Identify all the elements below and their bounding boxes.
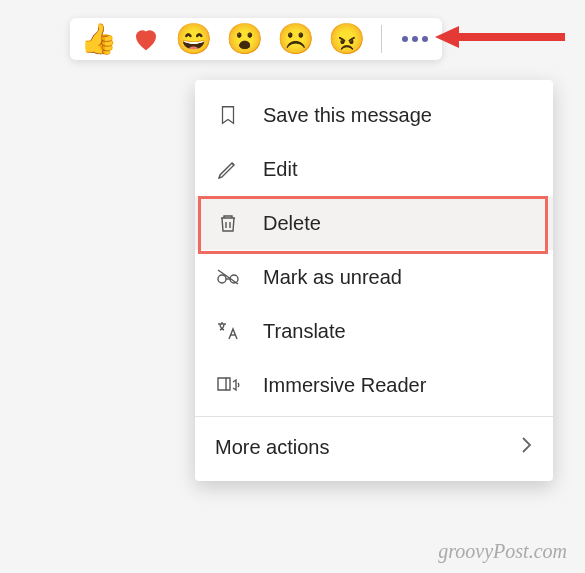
reaction-bar: 👍 😄 😮 ☹️ 😠 <box>70 18 442 60</box>
menu-label: Mark as unread <box>263 266 533 289</box>
more-options-button[interactable] <box>398 36 432 42</box>
watermark: groovyPost.com <box>438 540 567 563</box>
menu-item-unread[interactable]: Mark as unread <box>195 250 553 304</box>
menu-label: Delete <box>263 212 533 235</box>
reaction-heart[interactable] <box>131 24 161 54</box>
reaction-like[interactable]: 👍 <box>80 24 117 54</box>
menu-label: More actions <box>215 436 497 459</box>
menu-item-immersive[interactable]: Immersive Reader <box>195 358 553 412</box>
reaction-divider <box>381 25 382 53</box>
menu-item-edit[interactable]: Edit <box>195 142 553 196</box>
trash-icon <box>215 210 241 236</box>
book-speaker-icon <box>215 372 241 398</box>
bookmark-icon <box>215 102 241 128</box>
context-menu: Save this message Edit Delete Mark as un… <box>195 80 553 481</box>
reaction-laugh[interactable]: 😄 <box>175 24 212 54</box>
menu-label: Save this message <box>263 104 533 127</box>
svg-marker-1 <box>435 26 459 48</box>
menu-item-save[interactable]: Save this message <box>195 88 553 142</box>
menu-separator <box>195 416 553 417</box>
translate-icon <box>215 318 241 344</box>
reaction-sad[interactable]: ☹️ <box>277 24 314 54</box>
menu-item-more-actions[interactable]: More actions <box>195 421 553 473</box>
chevron-right-icon <box>519 435 533 459</box>
reaction-surprised[interactable]: 😮 <box>226 24 263 54</box>
annotation-arrow <box>435 22 565 52</box>
menu-label: Translate <box>263 320 533 343</box>
reaction-angry[interactable]: 😠 <box>328 24 365 54</box>
menu-label: Immersive Reader <box>263 374 533 397</box>
menu-item-translate[interactable]: Translate <box>195 304 553 358</box>
pencil-icon <box>215 156 241 182</box>
glasses-off-icon <box>215 264 241 290</box>
svg-point-2 <box>218 275 226 283</box>
menu-item-delete[interactable]: Delete <box>195 196 553 250</box>
menu-label: Edit <box>263 158 533 181</box>
